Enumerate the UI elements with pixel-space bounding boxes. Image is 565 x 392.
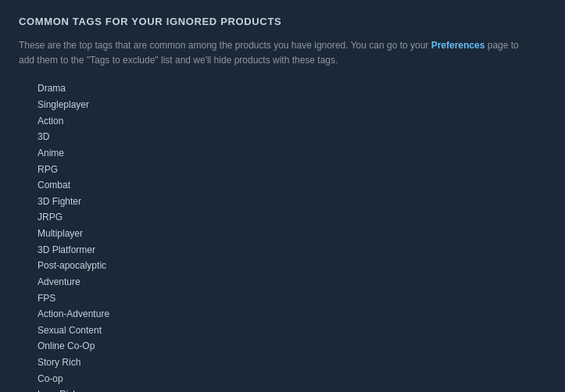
list-item: Multiplayer	[38, 226, 546, 242]
list-item: Adventure	[38, 274, 546, 290]
description-text: These are the top tags that are common a…	[19, 38, 535, 68]
list-item: Post-apocalyptic	[38, 258, 546, 274]
list-item: Story Rich	[38, 355, 546, 371]
tags-list: DramaSingleplayerAction3DAnimeRPGCombat3…	[19, 80, 546, 392]
list-item: 3D Fighter	[38, 194, 546, 210]
main-container: COMMON TAGS FOR YOUR IGNORED PRODUCTS Th…	[0, 0, 565, 392]
list-item: Co-op	[38, 371, 546, 387]
list-item: Lore-Rich	[38, 387, 546, 392]
list-item: Action-Adventure	[38, 306, 546, 323]
list-item: Combat	[38, 177, 546, 194]
list-item: JRPG	[38, 209, 546, 226]
page-title: COMMON TAGS FOR YOUR IGNORED PRODUCTS	[19, 16, 546, 27]
list-item: Online Co-Op	[38, 338, 546, 355]
list-item: 3D	[38, 129, 546, 145]
list-item: Anime	[38, 145, 546, 162]
list-item: Drama	[38, 80, 546, 97]
preferences-link[interactable]: Preferences	[431, 40, 485, 51]
list-item: RPG	[38, 162, 546, 178]
list-item: Singleplayer	[38, 97, 546, 113]
list-item: FPS	[38, 290, 546, 307]
description-prefix: These are the top tags that are common a…	[19, 40, 431, 51]
list-item: Action	[38, 113, 546, 130]
list-item: Sexual Content	[38, 323, 546, 339]
list-item: 3D Platformer	[38, 242, 546, 258]
